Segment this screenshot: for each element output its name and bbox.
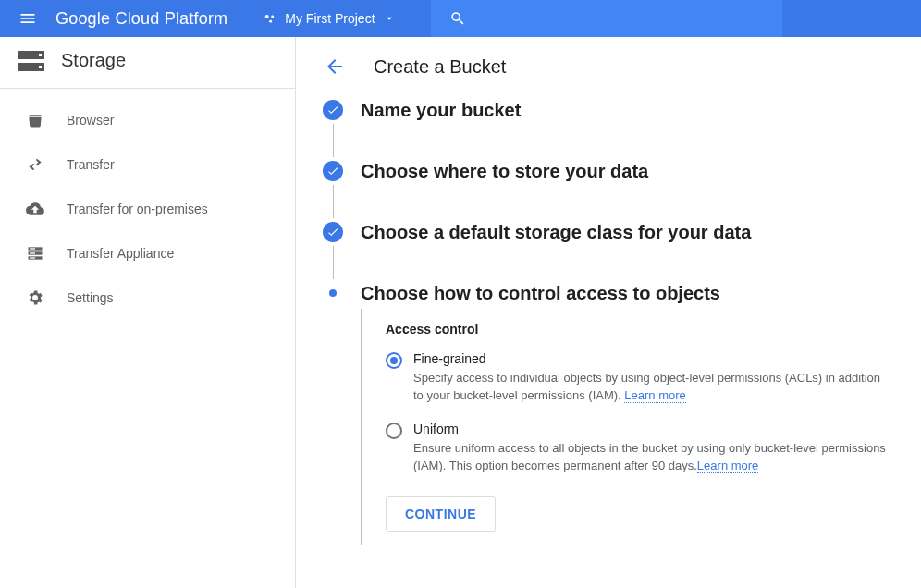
search-icon [449,10,466,27]
check-circle-icon [323,222,343,242]
hamburger-icon [18,9,37,28]
arrow-left-icon [324,55,346,78]
sidebar-nav: Browser Transfer Transfer for on-premise… [0,89,295,320]
radio-description: Ensure uniform access to all objects in … [413,440,893,475]
step-access-control: Choose how to control access to objects [322,283,893,303]
top-bar: Google Cloud Platform My First Project [0,0,921,37]
continue-button[interactable]: CONTINUE [386,496,496,532]
search-input[interactable] [431,0,782,37]
svg-rect-5 [39,54,42,56]
wizard-steps: Name your bucket Choose where to store y… [322,100,893,545]
transfer-icon [26,155,44,174]
project-icon [263,11,277,26]
svg-rect-11 [30,252,35,253]
check-circle-icon [323,161,343,181]
sidebar-item-label: Transfer [67,157,115,172]
active-step-dot-icon [329,289,337,297]
radio-label: Uniform [413,422,893,436]
dropdown-caret-icon [383,12,396,25]
sidebar-item-transfer[interactable]: Transfer [0,142,295,187]
hamburger-menu-button[interactable] [0,0,55,37]
svg-point-0 [265,15,269,18]
page-title: Create a Bucket [374,56,506,78]
sidebar-item-label: Browser [67,113,114,128]
sidebar-item-label: Transfer Appliance [67,246,174,261]
svg-rect-6 [39,66,42,68]
sidebar-item-settings[interactable]: Settings [0,276,295,320]
learn-more-link[interactable]: Learn more [624,388,685,403]
step-storage-class[interactable]: Choose a default storage class for your … [322,222,893,283]
svg-point-1 [272,16,275,18]
radio-label: Fine-grained [413,351,893,366]
cloud-upload-icon [26,200,44,218]
sidebar-header: Storage [0,37,295,89]
step-title: Choose where to store your data [361,161,648,181]
radio-icon [386,352,402,369]
step-name-bucket[interactable]: Name your bucket [322,100,893,161]
step-choose-location[interactable]: Choose where to store your data [322,161,893,222]
sidebar: Storage Browser Transfer Transfer for on… [0,37,296,588]
step-title: Choose how to control access to objects [361,283,720,303]
project-name: My First Project [285,11,375,26]
svg-rect-10 [30,248,35,249]
gear-icon [26,288,44,307]
check-circle-icon [323,100,343,120]
project-picker[interactable]: My First Project [246,0,411,37]
radio-icon [386,423,402,439]
svg-point-2 [270,20,273,23]
section-label: Access control [386,322,893,337]
radio-fine-grained[interactable]: Fine-grained Specify access to individua… [386,351,893,405]
sidebar-item-transfer-appliance[interactable]: Transfer Appliance [0,231,295,276]
platform-logo: Google Cloud Platform [55,9,246,29]
sidebar-item-label: Transfer for on-premises [67,202,208,216]
sidebar-title: Storage [61,50,126,71]
sidebar-item-label: Settings [67,290,114,305]
svg-rect-12 [30,257,35,258]
sidebar-item-browser[interactable]: Browser [0,98,295,142]
bucket-icon [26,111,44,129]
step-title: Choose a default storage class for your … [361,222,751,242]
radio-uniform[interactable]: Uniform Ensure uniform access to all obj… [386,422,893,475]
radio-description: Specify access to individual objects by … [413,370,893,405]
back-button[interactable] [322,54,348,80]
storage-icon [18,51,44,71]
page-header: Create a Bucket [322,54,893,80]
step-title: Name your bucket [361,100,521,120]
appliance-icon [26,244,44,263]
sidebar-item-transfer-onprem[interactable]: Transfer for on-premises [0,187,295,231]
learn-more-link[interactable]: Learn more [697,459,758,473]
main-content: Create a Bucket Name your bucket [296,37,921,588]
step-body: Access control Fine-grained Specify acce… [361,309,893,545]
